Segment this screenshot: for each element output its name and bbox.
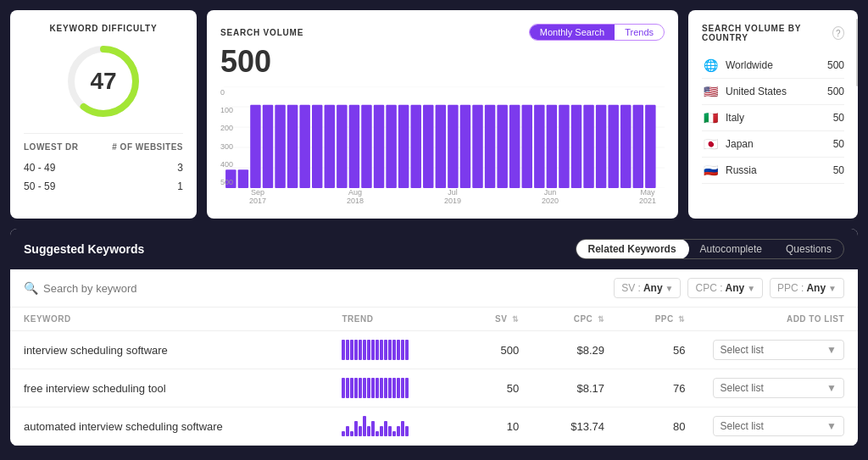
svg-rect-9	[238, 169, 248, 188]
table-header-row: KEYWORD TREND SV ⇅ CPC ⇅ PPC ⇅ ADD TO LI…	[10, 308, 858, 331]
value-us: 500	[827, 86, 844, 97]
svc-card: SEARCH VOLUME BY COUNTRY ? 🌐 Worldwide 5…	[688, 10, 858, 219]
svg-rect-32	[522, 105, 532, 188]
kd-count-2: 1	[177, 180, 183, 192]
select-cell-2[interactable]: Select list ▼	[699, 369, 858, 407]
ppc-filter[interactable]: PPC : Any ▼	[770, 278, 844, 298]
svc-row-japan: 🇯🇵 Japan 50	[702, 131, 844, 158]
cpc-filter[interactable]: CPC : Any ▼	[687, 278, 763, 298]
svg-rect-40	[620, 105, 631, 188]
sv-tab-group: Monthly Search Trends	[529, 24, 665, 41]
x-label-4: Jun2020	[542, 188, 559, 205]
svg-rect-24	[423, 105, 433, 188]
country-italy: Italy	[726, 112, 744, 124]
kd-table: LOWEST DR # OF WEBSITES 40 - 49 3 50 - 5…	[24, 133, 183, 196]
svc-row-italy: 🇮🇹 Italy 50	[702, 105, 844, 131]
svg-rect-38	[596, 105, 606, 188]
trend-cell-3	[328, 407, 460, 446]
sv-tab-trends[interactable]: Trends	[615, 25, 664, 40]
sv-title: SEARCH VOLUME	[220, 28, 303, 37]
value-worldwide: 500	[827, 59, 844, 71]
svc-title: SEARCH VOLUME BY COUNTRY	[702, 24, 832, 42]
svg-rect-23	[410, 105, 420, 188]
sv-cell-3: 10	[461, 407, 533, 446]
sv-cell-1: 500	[461, 331, 533, 369]
search-icon: 🔍	[24, 281, 38, 295]
sv-filter[interactable]: SV : Any ▼	[614, 278, 681, 298]
svg-rect-10	[250, 105, 260, 188]
suggested-keywords-section: Suggested Keywords Related Keywords Auto…	[10, 229, 858, 446]
svg-rect-35	[559, 105, 569, 188]
svg-rect-25	[436, 105, 446, 188]
kd-count-1: 3	[177, 162, 183, 174]
kd-title: KEYWORD DIFFICULTY	[24, 24, 183, 33]
country-worldwide: Worldwide	[726, 59, 773, 71]
country-russia: Russia	[726, 164, 757, 176]
svg-rect-15	[312, 105, 322, 188]
col-add-to-list: ADD TO LIST	[699, 308, 858, 331]
svg-rect-11	[263, 105, 273, 188]
select-cell-1[interactable]: Select list ▼	[699, 331, 858, 369]
tab-related-keywords[interactable]: Related Keywords	[576, 239, 689, 259]
svg-rect-42	[645, 105, 655, 188]
ppc-cell-2: 76	[618, 369, 698, 407]
chart-x-labels: Sep2017 Aug2018 Jul2019 Jun2020 May2021	[241, 188, 665, 205]
keyword-cell-1: interview scheduling software	[10, 331, 328, 369]
bottom-header: Suggested Keywords Related Keywords Auto…	[10, 229, 858, 269]
cpc-cell-2: $8.17	[532, 369, 618, 407]
trend-cell-1	[328, 331, 460, 369]
select-list-label-3: Select list	[721, 420, 764, 432]
tab-questions[interactable]: Questions	[774, 240, 843, 258]
svg-rect-19	[361, 105, 371, 188]
ppc-cell-1: 56	[618, 331, 698, 369]
kd-range-2: 50 - 59	[24, 180, 55, 192]
svg-rect-28	[472, 105, 482, 188]
col-sv: SV ⇅	[461, 308, 533, 331]
svg-rect-36	[571, 105, 581, 188]
tab-autocomplete[interactable]: Autocomplete	[688, 240, 774, 258]
kd-circle: 47	[65, 43, 142, 119]
select-cell-3[interactable]: Select list ▼	[699, 407, 858, 446]
sv-chart: 500 400 300 200 100 0	[220, 86, 665, 205]
table-row: free interview scheduling tool	[10, 369, 858, 407]
select-list-2[interactable]: Select list ▼	[713, 378, 844, 398]
svc-row-russia: 🇷🇺 Russia 50	[702, 158, 844, 184]
svg-rect-12	[275, 105, 285, 188]
keyword-difficulty-card: KEYWORD DIFFICULTY 47 LOWEST DR # OF WEB…	[10, 10, 197, 219]
search-input[interactable]	[43, 282, 186, 295]
trend-cell-2	[328, 369, 460, 407]
kd-col1-header: LOWEST DR	[24, 142, 79, 152]
svg-rect-33	[534, 105, 544, 188]
suggested-keywords-title: Suggested Keywords	[24, 242, 144, 256]
svg-rect-13	[287, 105, 298, 188]
flag-worldwide: 🌐	[702, 59, 719, 71]
filter-tab-group: Related Keywords Autocomplete Questions	[576, 239, 844, 259]
sv-tab-monthly[interactable]: Monthly Search	[530, 25, 615, 40]
flag-russia: 🇷🇺	[702, 164, 719, 176]
kd-row-2: 50 - 59 1	[24, 177, 183, 196]
sv-value: 500	[220, 44, 665, 80]
value-italy: 50	[833, 112, 844, 124]
x-label-3: Jul2019	[444, 188, 461, 205]
svg-rect-41	[633, 105, 643, 188]
search-filter-bar: 🔍 SV : Any ▼ CPC : Any ▼ PPC : Any ▼	[10, 269, 858, 308]
cpc-cell-3: $13.74	[532, 407, 618, 446]
svc-row-us: 🇺🇸 United States 500	[702, 79, 844, 105]
scrollbar[interactable]	[856, 19, 858, 86]
flag-italy: 🇮🇹	[702, 112, 719, 124]
y-axis: 500 400 300 200 100 0	[220, 86, 233, 188]
svg-rect-16	[325, 105, 335, 188]
keyword-cell-3: automated interview scheduling software	[10, 407, 328, 446]
select-list-3[interactable]: Select list ▼	[713, 416, 844, 436]
select-arrow-3: ▼	[826, 420, 837, 432]
svc-help-icon[interactable]: ?	[832, 26, 844, 40]
col-trend: TREND	[328, 308, 460, 331]
flag-japan: 🇯🇵	[702, 138, 719, 150]
svg-rect-20	[374, 105, 384, 188]
select-arrow-1: ▼	[826, 344, 837, 356]
x-label-5: May2021	[639, 188, 656, 205]
svc-row-worldwide: 🌐 Worldwide 500	[702, 53, 844, 79]
table-row: interview scheduling software	[10, 331, 858, 369]
svg-rect-31	[509, 105, 520, 188]
select-list-1[interactable]: Select list ▼	[713, 340, 844, 360]
